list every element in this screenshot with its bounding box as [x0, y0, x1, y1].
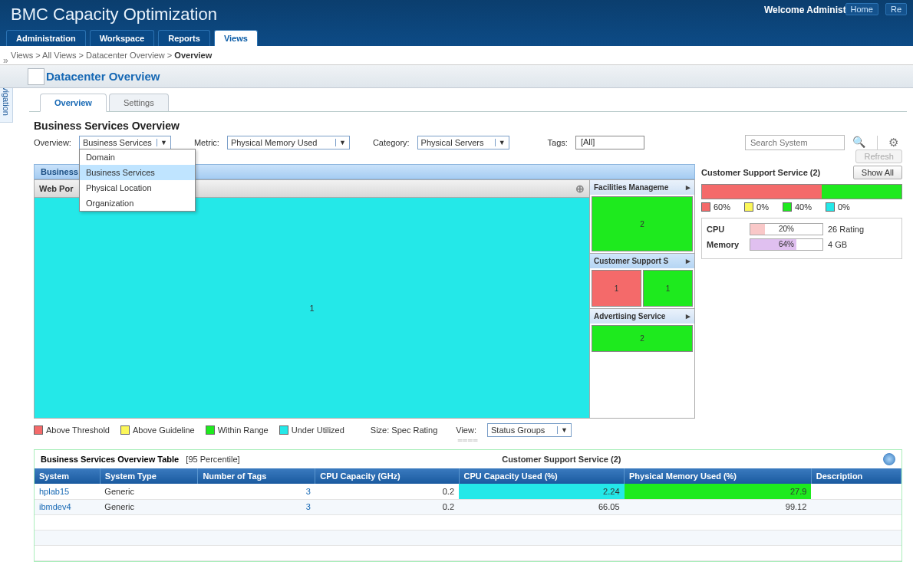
- treemap-box[interactable]: 1: [592, 270, 641, 307]
- metric-value: Physical Memory Used: [231, 138, 317, 147]
- treemap-box[interactable]: 2: [592, 196, 693, 251]
- subtab-settings[interactable]: Settings: [109, 94, 169, 111]
- table-title: Business Services Overview Table: [41, 455, 179, 464]
- filter-row: Overview: Business Services ▼ Domain Bus…: [34, 135, 902, 150]
- swatch: [826, 202, 835, 212]
- metric-extra: 4 GB: [828, 240, 847, 249]
- metrics-box: CPU20%26 RatingMemory64%4 GB: [701, 218, 902, 259]
- col-header[interactable]: System Type: [100, 468, 198, 484]
- swatch-cyan: [279, 425, 288, 435]
- side-cell-title: Advertising Service: [594, 312, 665, 320]
- page-header: Datacenter Overview: [0, 65, 913, 88]
- treemap-side-cell[interactable]: Facilities Manageme▸2: [590, 180, 694, 254]
- metric-combo[interactable]: Physical Memory Used ▼: [227, 136, 350, 149]
- system-link[interactable]: ibmdev4: [39, 502, 71, 511]
- opt-business-services[interactable]: Business Services: [80, 165, 195, 180]
- tab-reports[interactable]: Reports: [158, 30, 210, 46]
- crumb-3[interactable]: Datacenter Overview: [86, 51, 165, 60]
- tab-workspace[interactable]: Workspace: [90, 30, 155, 46]
- tags-label: Tags:: [548, 138, 568, 147]
- col-header[interactable]: CPU Capacity (GHz): [315, 468, 459, 484]
- opt-domain[interactable]: Domain: [80, 149, 195, 165]
- category-label: Category:: [373, 138, 410, 147]
- overview-combo[interactable]: Business Services ▼: [79, 136, 171, 149]
- metric-label: CPU: [707, 225, 745, 234]
- chevron-down-icon: ▼: [557, 426, 568, 434]
- gear-icon[interactable]: ⚙: [888, 136, 902, 149]
- metric-bar: 64%: [750, 238, 823, 251]
- search-input[interactable]: [745, 135, 845, 150]
- chevron-right-icon[interactable]: ▸: [686, 256, 691, 266]
- swatch: [783, 202, 792, 212]
- col-header[interactable]: Physical Memory Used (%): [625, 468, 812, 484]
- view-combo[interactable]: Status Groups ▼: [487, 423, 572, 437]
- category-combo[interactable]: Physical Servers ▼: [417, 136, 509, 149]
- re-link[interactable]: Re: [885, 3, 907, 15]
- metric-extra: 26 Rating: [828, 225, 864, 234]
- swatch: [744, 202, 753, 212]
- cell: 3: [198, 499, 315, 514]
- tags-input[interactable]: [All]: [575, 136, 644, 149]
- metric-label: Memory: [707, 240, 745, 249]
- tab-administration[interactable]: Administration: [6, 30, 86, 46]
- treemap-main-body[interactable]: 1: [35, 198, 589, 418]
- chevron-down-icon: ▼: [157, 139, 167, 146]
- table-row[interactable]: ibmdev4Generic30.266.0599.12: [35, 499, 901, 514]
- top-links: Home Re: [841, 3, 907, 15]
- nav-expand-icon[interactable]: »: [3, 55, 8, 66]
- crumb-2[interactable]: All Views: [42, 51, 76, 60]
- cell: 27.9: [625, 484, 812, 499]
- treemap-main-title: Web Por: [39, 184, 73, 193]
- treemap-box[interactable]: 1: [643, 270, 693, 307]
- subtab-overview[interactable]: Overview: [40, 94, 107, 112]
- main-nav: Administration Workspace Reports Views: [6, 30, 259, 46]
- col-header[interactable]: System: [35, 468, 100, 484]
- cell: Generic: [100, 484, 198, 499]
- crumb-1[interactable]: Views: [11, 51, 33, 60]
- table-row[interactable]: hplab15Generic30.22.2427.9: [35, 484, 901, 499]
- legend-above-guideline: Above Guideline: [133, 425, 195, 435]
- size-label: Size: Spec Rating: [371, 425, 437, 435]
- bar-segment: [702, 185, 822, 199]
- treemap-side-cell[interactable]: Customer Support S▸11: [590, 254, 694, 309]
- splitter[interactable]: ════: [34, 437, 902, 442]
- opt-physical-location[interactable]: Physical Location: [80, 180, 195, 195]
- chevron-right-icon[interactable]: ▸: [686, 182, 691, 192]
- reload-icon[interactable]: [883, 453, 895, 465]
- tab-views[interactable]: Views: [214, 30, 258, 46]
- system-link[interactable]: hplab15: [39, 487, 69, 496]
- page-icon: [28, 68, 44, 85]
- table-center-title: Customer Support Service (2): [502, 455, 621, 464]
- col-header[interactable]: Number of Tags: [198, 468, 315, 484]
- section-title: Business Services Overview: [34, 120, 902, 132]
- side-cell-title: Facilities Manageme: [594, 183, 668, 192]
- opt-organization[interactable]: Organization: [80, 195, 195, 211]
- page-title: Datacenter Overview: [46, 70, 160, 83]
- overview-value: Business Services: [83, 138, 152, 147]
- cell: [811, 499, 901, 514]
- treemap-side-cell[interactable]: Advertising Service▸2: [590, 309, 694, 353]
- treemap-main-cell[interactable]: Web Por ⊕ 1: [35, 180, 589, 418]
- table-area: Business Services Overview Table [95 Per…: [34, 449, 902, 562]
- treemap-box[interactable]: 2: [592, 325, 693, 352]
- cell: Generic: [100, 499, 198, 514]
- col-header[interactable]: Description: [811, 468, 901, 484]
- cell: 0.2: [315, 499, 459, 514]
- search-icon[interactable]: 🔍: [852, 136, 866, 149]
- crumb-current: Overview: [174, 51, 212, 60]
- chevron-down-icon: ▼: [495, 139, 506, 146]
- treemap-side-column: Facilities Manageme▸2Customer Support S▸…: [589, 180, 694, 418]
- swatch-yellow: [120, 425, 130, 435]
- cell: 2.24: [459, 484, 625, 499]
- chevron-right-icon[interactable]: ▸: [686, 311, 691, 321]
- col-header[interactable]: CPU Capacity Used (%): [459, 468, 625, 484]
- plus-icon[interactable]: ⊕: [575, 182, 585, 195]
- refresh-button[interactable]: Refresh: [855, 149, 902, 163]
- home-link[interactable]: Home: [845, 3, 878, 15]
- cell: 99.12: [625, 499, 812, 514]
- sub-tabs: Overview Settings: [29, 93, 907, 112]
- chevron-down-icon: ▼: [335, 139, 346, 146]
- view-label: View:: [456, 425, 476, 435]
- show-all-button[interactable]: Show All: [853, 166, 902, 179]
- legend-above-threshold: Above Threshold: [46, 425, 110, 435]
